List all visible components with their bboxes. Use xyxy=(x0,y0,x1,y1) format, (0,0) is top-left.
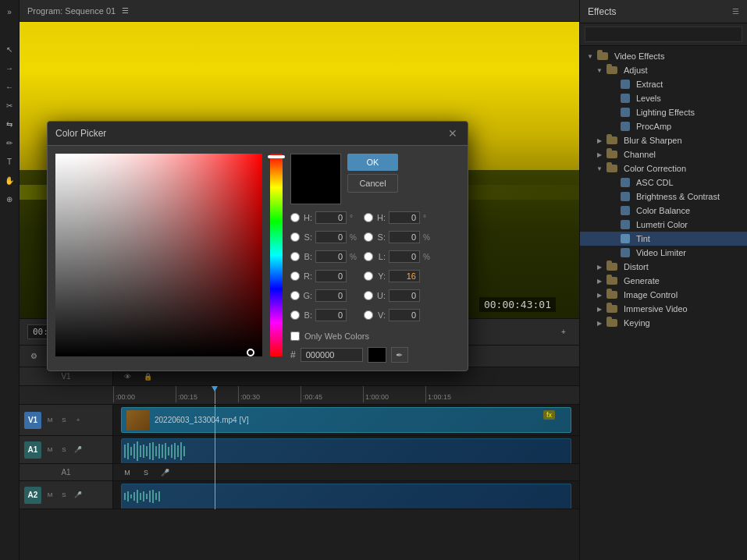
l-field-row: L: % xyxy=(364,248,431,265)
r-input[interactable] xyxy=(315,270,347,282)
g-radio[interactable] xyxy=(290,291,300,300)
b1-field-row: B: % xyxy=(290,248,357,265)
h1-label: H: xyxy=(303,213,312,222)
hue-handle xyxy=(268,155,285,158)
s2-field-row: S: % xyxy=(364,229,431,246)
gradient-canvas[interactable] xyxy=(55,154,262,356)
l-unit: % xyxy=(423,253,431,261)
l-radio[interactable] xyxy=(364,252,373,261)
dialog-body: OK Cancel H: ° xyxy=(48,146,468,370)
hsb-rgb-column: H: ° S: % B: xyxy=(290,209,357,324)
dialog-titlebar: Color Picker ✕ xyxy=(48,122,468,146)
color-fields-area: H: ° S: % B: xyxy=(290,209,460,324)
u-radio[interactable] xyxy=(364,291,373,300)
hue-slider[interactable] xyxy=(270,154,283,356)
h1-radio[interactable] xyxy=(290,213,300,222)
dialog-close-button[interactable]: ✕ xyxy=(446,126,460,140)
web-colors-label: Only Web Colors xyxy=(304,331,369,341)
b2-input[interactable] xyxy=(315,309,347,321)
gradient-black-overlay xyxy=(55,154,262,356)
web-colors-checkbox[interactable] xyxy=(290,331,300,341)
hex-input[interactable] xyxy=(301,348,363,362)
b1-radio[interactable] xyxy=(290,252,300,261)
hex-hash: # xyxy=(290,349,296,360)
h2-radio[interactable] xyxy=(364,213,373,222)
hsl-yuv-column: H: ° S: % L: xyxy=(364,209,431,324)
l-input[interactable] xyxy=(389,250,420,263)
gradient-crosshair xyxy=(247,349,254,356)
s1-field-row: S: % xyxy=(290,229,357,246)
v-input[interactable] xyxy=(389,309,420,321)
s1-radio[interactable] xyxy=(290,232,300,242)
g-field-row: G: xyxy=(290,287,357,304)
bottom-section: Only Web Colors # ✒ xyxy=(290,328,460,363)
l-label: L: xyxy=(376,252,386,261)
h2-unit: ° xyxy=(423,214,431,222)
b2-field-row: B: xyxy=(290,307,357,324)
g-input[interactable] xyxy=(315,289,347,302)
h2-input[interactable] xyxy=(389,211,420,224)
g-label: G: xyxy=(303,291,312,300)
b1-label: B: xyxy=(303,252,312,261)
dialog-title: Color Picker xyxy=(55,128,106,139)
y-label: Y: xyxy=(376,271,386,281)
color-gradient-area[interactable] xyxy=(55,154,262,356)
r-radio[interactable] xyxy=(290,271,300,281)
color-swatch xyxy=(368,347,386,363)
h1-unit: ° xyxy=(350,214,357,222)
s1-unit: % xyxy=(350,233,357,242)
h1-field-row: H: ° xyxy=(290,209,357,226)
y-input[interactable] xyxy=(389,270,420,282)
dialog-overlay: Color Picker ✕ xyxy=(0,0,747,560)
s2-unit: % xyxy=(423,233,431,242)
eyedropper-button[interactable]: ✒ xyxy=(391,347,408,363)
u-label: U: xyxy=(376,291,386,300)
y-field-row: Y: xyxy=(364,268,431,285)
b1-input[interactable] xyxy=(315,250,347,263)
preview-buttons-row: OK Cancel xyxy=(290,154,460,204)
u-field-row: U: xyxy=(364,287,431,304)
r-field-row: R: xyxy=(290,268,357,285)
web-colors-row: Only Web Colors xyxy=(290,331,460,341)
hex-row: # ✒ xyxy=(290,347,460,363)
v-label: V: xyxy=(376,310,386,320)
hue-slider-container[interactable] xyxy=(270,154,283,356)
s1-input[interactable] xyxy=(315,231,347,243)
dialog-buttons: OK Cancel xyxy=(347,154,398,204)
right-controls: OK Cancel H: ° xyxy=(290,154,460,363)
h2-field-row: H: ° xyxy=(364,209,431,226)
h2-label: H: xyxy=(376,213,386,222)
v-radio[interactable] xyxy=(364,310,373,320)
b1-unit: % xyxy=(350,253,357,261)
cancel-button[interactable]: Cancel xyxy=(347,174,398,193)
r-label: R: xyxy=(303,271,312,281)
s2-radio[interactable] xyxy=(364,232,373,242)
b2-radio[interactable] xyxy=(290,310,300,320)
color-picker-dialog: Color Picker ✕ xyxy=(47,121,468,371)
y-radio[interactable] xyxy=(364,271,373,281)
ok-button[interactable]: OK xyxy=(347,154,398,171)
v-field-row: V: xyxy=(364,307,431,324)
u-input[interactable] xyxy=(389,289,420,302)
s2-label: S: xyxy=(376,232,386,242)
s1-label: S: xyxy=(303,232,312,242)
h1-input[interactable] xyxy=(315,211,347,224)
b2-label: B: xyxy=(303,310,312,320)
color-preview-box xyxy=(290,154,341,204)
s2-input[interactable] xyxy=(389,231,420,243)
